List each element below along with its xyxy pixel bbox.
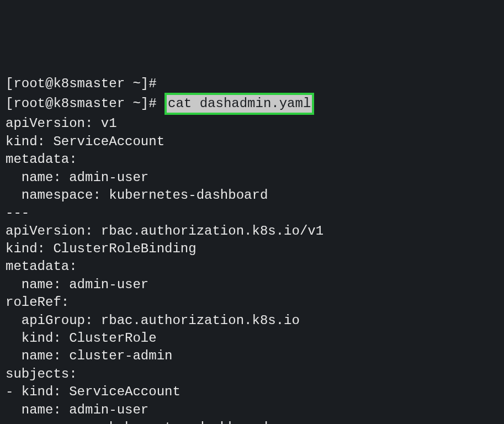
- highlighted-command: cat dashadmin.yaml: [165, 93, 314, 115]
- prompt-line-empty: [root@k8smaster ~]#: [6, 75, 498, 93]
- output-line: name: admin-user: [6, 169, 498, 187]
- output-line: name: admin-user: [6, 401, 498, 419]
- output-line: - kind: ServiceAccount: [6, 383, 498, 401]
- output-line: name: admin-user: [6, 276, 498, 294]
- output-line: namespace: kubernetes-dashboard: [6, 419, 498, 424]
- shell-prompt: [root@k8smaster ~]#: [6, 76, 157, 91]
- output-line: kind: ServiceAccount: [6, 133, 498, 151]
- output-line: apiVersion: v1: [6, 115, 498, 132]
- output-line: apiVersion: rbac.authorization.k8s.io/v1: [6, 222, 498, 240]
- output-line: metadata:: [6, 151, 498, 168]
- shell-prompt: [root@k8smaster ~]#: [6, 96, 157, 111]
- output-line: namespace: kubernetes-dashboard: [6, 187, 498, 204]
- output-line: kind: ClusterRoleBinding: [6, 240, 498, 258]
- output-line: subjects:: [6, 365, 498, 383]
- output-line: metadata:: [6, 258, 498, 275]
- output-line: roleRef:: [6, 294, 498, 311]
- output-line: apiGroup: rbac.authorization.k8s.io: [6, 312, 498, 330]
- prompt-line-command: [root@k8smaster ~]# cat dashadmin.yaml: [6, 93, 498, 115]
- output-line: ---: [6, 204, 498, 222]
- terminal-output[interactable]: [root@k8smaster ~]#[root@k8smaster ~]# c…: [6, 75, 498, 424]
- output-line: name: cluster-admin: [6, 347, 498, 365]
- output-line: kind: ClusterRole: [6, 330, 498, 347]
